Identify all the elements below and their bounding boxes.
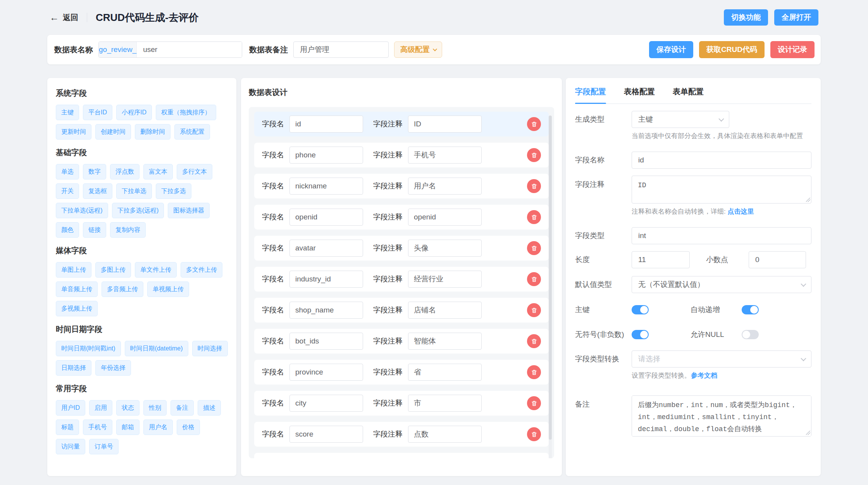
field-tag[interactable]: 多视频上传: [56, 301, 98, 316]
field-tag[interactable]: 下拉多选: [156, 183, 191, 199]
remark-textarea[interactable]: 后缀为number，int，num，或者类型为bigint，int，medium…: [632, 395, 811, 437]
design-row-name-input[interactable]: [289, 240, 363, 257]
field-tag[interactable]: 系统配置: [174, 124, 210, 140]
field-tag[interactable]: 复制内容: [110, 222, 146, 238]
field-tag[interactable]: 多文件上传: [181, 262, 222, 278]
field-tag[interactable]: 时间选择: [192, 341, 228, 356]
design-row-comment-input[interactable]: [408, 147, 482, 164]
delete-row-button[interactable]: [527, 241, 541, 255]
design-row-name-input[interactable]: [289, 395, 363, 412]
scrollbar-thumb[interactable]: [549, 116, 552, 440]
unsigned-switch[interactable]: [632, 330, 649, 339]
field-tag[interactable]: 时间日期(datetime): [125, 341, 188, 356]
type-convert-select[interactable]: 请选择: [632, 350, 811, 368]
delete-row-button[interactable]: [527, 427, 541, 441]
field-tag[interactable]: 删除时间: [135, 124, 170, 140]
design-history-button[interactable]: 设计记录: [770, 41, 815, 58]
delete-row-button[interactable]: [527, 179, 541, 193]
get-crud-code-button[interactable]: 获取CRUD代码: [699, 41, 765, 58]
field-tag[interactable]: 手机号: [83, 419, 112, 435]
field-tag[interactable]: 邮箱: [116, 419, 140, 435]
design-row-name-input[interactable]: [289, 116, 363, 133]
field-tag[interactable]: 用户ID: [56, 400, 85, 416]
field-tag[interactable]: 启用: [89, 400, 112, 416]
design-row-name-input[interactable]: [289, 364, 363, 381]
field-tag[interactable]: 多行文本: [177, 164, 212, 180]
design-row-name-input[interactable]: [289, 302, 363, 319]
delete-row-button[interactable]: [527, 303, 541, 317]
field-tag[interactable]: 图标选择器: [168, 203, 210, 218]
field-tag[interactable]: 浮点数: [110, 164, 140, 180]
design-row-comment-input[interactable]: [408, 209, 482, 226]
field-tag[interactable]: 单音频上传: [56, 281, 98, 297]
delete-row-button[interactable]: [527, 365, 541, 379]
switch-function-button[interactable]: 切换功能: [724, 9, 768, 26]
field-tag[interactable]: 时间日期(时间戳int): [56, 341, 121, 356]
reference-doc-link[interactable]: 参考文档: [691, 372, 717, 379]
back-button[interactable]: ← 返回: [50, 12, 78, 23]
field-tag[interactable]: 平台ID: [83, 105, 112, 120]
field-tag[interactable]: 单文件上传: [135, 262, 177, 278]
design-row-name-input[interactable]: [289, 147, 363, 164]
field-type-input[interactable]: [632, 227, 811, 244]
delete-row-button[interactable]: [527, 148, 541, 162]
field-tag[interactable]: 链接: [83, 222, 106, 238]
design-row-comment-input[interactable]: [408, 240, 482, 257]
length-input[interactable]: [632, 251, 690, 268]
delete-row-button[interactable]: [527, 117, 541, 131]
design-row-comment-input[interactable]: [408, 364, 482, 381]
design-row-name-input[interactable]: [289, 426, 363, 443]
generate-type-select[interactable]: 主键: [632, 111, 729, 128]
field-tag[interactable]: 小程序ID: [116, 105, 152, 120]
design-row-name-input[interactable]: [289, 271, 363, 288]
field-tag[interactable]: 年份选择: [95, 360, 131, 376]
table-comment-input[interactable]: [293, 41, 389, 58]
field-tag[interactable]: 描述: [198, 400, 221, 416]
field-tag[interactable]: 复选框: [83, 183, 112, 199]
field-tag[interactable]: 富文本: [143, 164, 173, 180]
field-tag[interactable]: 订单号: [89, 439, 119, 454]
design-row-comment-input[interactable]: [408, 395, 482, 412]
design-row-name-input[interactable]: [289, 209, 363, 226]
design-row-comment-input[interactable]: [408, 178, 482, 195]
table-name-input[interactable]: [137, 42, 242, 57]
field-tag[interactable]: 备注: [170, 400, 194, 416]
primary-key-switch[interactable]: [632, 305, 649, 314]
advanced-config-button[interactable]: 高级配置: [394, 41, 442, 58]
design-row-comment-input[interactable]: [408, 271, 482, 288]
design-row-comment-input[interactable]: [408, 116, 482, 133]
delete-row-button[interactable]: [527, 396, 541, 410]
click-here-link[interactable]: 点击这里: [727, 208, 754, 215]
field-tag[interactable]: 单选: [56, 164, 79, 180]
field-tag[interactable]: 访问量: [56, 439, 85, 454]
design-row-name-input[interactable]: [289, 333, 363, 350]
field-tag[interactable]: 开关: [56, 183, 79, 199]
design-row-name-input[interactable]: [289, 178, 363, 195]
field-name-input[interactable]: [632, 152, 811, 169]
field-tag[interactable]: 创建时间: [95, 124, 131, 140]
field-tag[interactable]: 主键: [56, 105, 79, 120]
field-tag[interactable]: 性别: [143, 400, 167, 416]
save-design-button[interactable]: 保存设计: [649, 41, 693, 58]
delete-row-button[interactable]: [527, 210, 541, 224]
field-tag[interactable]: 下拉单选: [116, 183, 152, 199]
config-tab[interactable]: 字段配置: [575, 86, 606, 104]
design-row-comment-input[interactable]: [408, 302, 482, 319]
field-tag[interactable]: 单图上传: [56, 262, 91, 278]
default-type-select[interactable]: 无（不设置默认值）: [632, 276, 811, 293]
fullscreen-open-button[interactable]: 全屏打开: [774, 9, 818, 26]
design-row-comment-input[interactable]: [408, 333, 482, 350]
field-tag[interactable]: 单视频上传: [147, 281, 189, 297]
field-tag[interactable]: 标题: [56, 419, 79, 435]
field-tag[interactable]: 价格: [177, 419, 200, 435]
field-tag[interactable]: 多音频上传: [102, 281, 143, 297]
field-tag[interactable]: 日期选择: [56, 360, 91, 376]
field-comment-textarea[interactable]: ID: [632, 176, 811, 204]
field-tag[interactable]: 状态: [116, 400, 140, 416]
auto-increment-switch[interactable]: [742, 305, 759, 314]
delete-row-button[interactable]: [527, 272, 541, 286]
field-tag[interactable]: 多图上传: [95, 262, 131, 278]
field-tag[interactable]: 用户名: [143, 419, 173, 435]
field-tag[interactable]: 颜色: [56, 222, 79, 238]
field-tag[interactable]: 下拉单选(远程): [56, 203, 108, 218]
